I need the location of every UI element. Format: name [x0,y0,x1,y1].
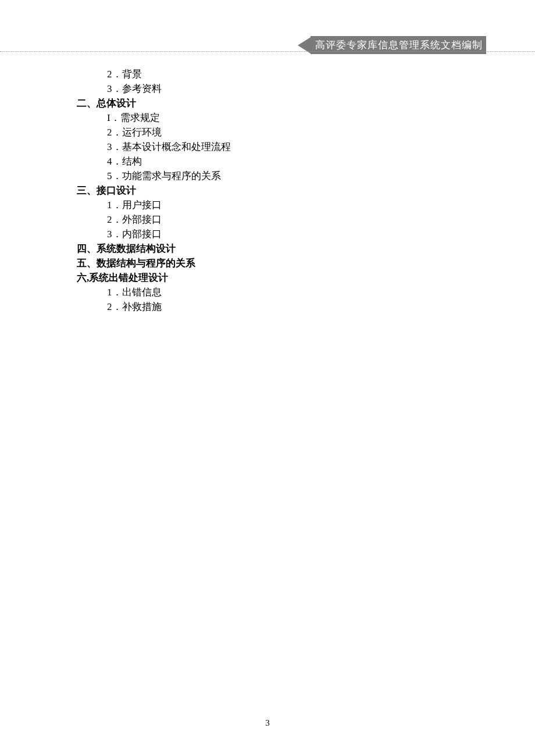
header-divider [0,51,535,52]
list-item: 1．出错信息 [107,285,231,299]
list-item: 1．用户接口 [107,198,231,212]
section-title: 四、系统数据结构设计 [77,241,231,256]
list-item: 3．参考资料 [107,81,231,96]
list-item: 2．外部接口 [107,212,231,227]
list-item: 5．功能需求与程序的关系 [107,169,231,183]
section-title: 五、数据结构与程序的关系 [77,256,231,270]
list-item: 2．运行环境 [107,125,231,140]
section-title: 六,系统出错处理设计 [77,270,231,285]
list-item: 2．背景 [107,67,231,81]
list-item: 3．基本设计概念和处理流程 [107,140,231,154]
list-item: 4．结构 [107,154,231,169]
section-title: 二、总体设计 [77,96,231,110]
page-number: 3 [0,718,535,728]
list-item: I．需求规定 [107,110,231,125]
outline-content: 2．背景 3．参考资料 二、总体设计 I．需求规定 2．运行环境 3．基本设计概… [77,67,231,314]
list-item: 3．内部接口 [107,227,231,241]
list-item: 2．补救措施 [107,299,231,314]
section-title: 三、接口设计 [77,183,231,198]
